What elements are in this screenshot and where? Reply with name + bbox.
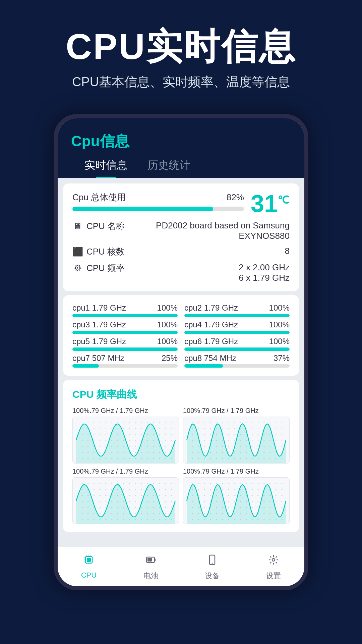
freq-chart-3: 100%.79 GHz / 1.79 GHz <box>183 468 290 524</box>
core-item-cpu7: cpu7 507 MHz 25% <box>72 354 178 368</box>
svg-point-379 <box>258 495 259 496</box>
svg-point-228 <box>105 483 106 484</box>
svg-point-117 <box>222 422 223 423</box>
cpu-usage-progress-bg <box>72 207 244 211</box>
cpu-usage-label: Cpu 总体使用 <box>72 192 126 203</box>
svg-point-276 <box>105 501 106 502</box>
svg-point-394 <box>252 501 253 502</box>
cpu-cores-card: cpu1 1.79 GHz 100% cpu2 1.79 GHz 100% cp… <box>63 295 299 376</box>
svg-point-151 <box>234 434 235 435</box>
svg-point-418 <box>204 513 205 514</box>
svg-point-129 <box>198 428 199 429</box>
svg-point-20 <box>105 428 106 429</box>
svg-point-8 <box>129 422 130 423</box>
svg-point-292 <box>105 507 106 508</box>
svg-point-466 <box>212 562 213 564</box>
svg-point-248 <box>129 489 130 490</box>
svg-point-41 <box>135 434 136 435</box>
svg-point-178 <box>204 446 205 447</box>
svg-point-139 <box>258 428 259 429</box>
svg-point-175 <box>282 440 283 441</box>
svg-point-275 <box>100 501 101 502</box>
svg-point-34 <box>94 434 95 435</box>
svg-point-4 <box>105 422 106 423</box>
svg-point-62 <box>165 440 166 441</box>
device-nav-icon <box>206 554 218 569</box>
core-item-cpu1: cpu1 1.79 GHz 100% <box>72 303 178 317</box>
svg-point-89 <box>135 452 136 453</box>
svg-point-253 <box>159 489 160 490</box>
nav-settings-label: 设置 <box>266 571 281 581</box>
svg-point-166 <box>228 440 229 441</box>
freq-canvas-0 <box>72 417 179 464</box>
svg-point-154 <box>252 434 253 435</box>
core-item-cpu4: cpu4 1.79 GHz 100% <box>184 320 290 334</box>
nav-settings[interactable]: 设置 <box>266 554 281 581</box>
svg-point-291 <box>100 507 101 508</box>
core-item-cpu2: cpu2 1.79 GHz 100% <box>184 303 290 317</box>
tab-bar: 实时信息 历史统计 <box>71 158 291 178</box>
core-label-cpu3: cpu3 1.79 GHz <box>72 320 126 329</box>
core-bar-fill-cpu4 <box>184 331 290 334</box>
battery-nav-icon <box>145 554 157 569</box>
nav-device[interactable]: 设备 <box>205 554 220 581</box>
svg-point-138 <box>252 428 253 429</box>
svg-point-386 <box>204 501 205 502</box>
svg-point-191 <box>282 446 283 447</box>
svg-point-260 <box>105 495 106 496</box>
svg-point-171 <box>258 440 259 441</box>
screen-content: Cpu 总体使用 82% 31℃ <box>58 178 304 547</box>
svg-point-72 <box>129 446 130 447</box>
cpu-grid-icon: ⬛ <box>72 247 82 257</box>
cores-grid: cpu1 1.79 GHz 100% cpu2 1.79 GHz 100% cp… <box>72 303 290 368</box>
cpu-name-value: PD2002 board based on SamsungEXYNOS880 <box>131 220 290 241</box>
svg-point-158 <box>276 434 277 435</box>
core-pct-cpu2: 100% <box>269 303 290 313</box>
svg-point-346 <box>252 483 253 484</box>
core-pct-cpu4: 100% <box>269 320 290 329</box>
cpu-cores-row: ⬛ CPU 核数 8 <box>72 246 290 258</box>
svg-point-340 <box>216 483 217 484</box>
svg-point-18 <box>94 428 95 429</box>
tab-realtime[interactable]: 实时信息 <box>84 158 127 178</box>
freq-charts-grid: 100%.79 GHz / 1.79 GHz 100%.79 GHz / 1.7… <box>72 407 290 524</box>
svg-point-79 <box>171 446 172 447</box>
page-header: CPU实时信息 CPU基本信息、实时频率、温度等信息 <box>0 0 362 104</box>
svg-point-411 <box>258 507 259 508</box>
core-bar-fill-cpu7 <box>72 364 99 368</box>
svg-point-229 <box>111 483 112 484</box>
svg-point-52 <box>105 440 106 441</box>
core-bar-bg-cpu3 <box>72 331 178 334</box>
svg-point-266 <box>141 495 142 496</box>
svg-point-120 <box>240 422 241 423</box>
core-label-cpu8: cpu8 754 MHz <box>184 354 236 363</box>
nav-cpu[interactable]: CPU <box>81 554 97 581</box>
nav-battery[interactable]: 电池 <box>143 554 158 581</box>
cpu-chip-icon: 🖥 <box>72 221 82 231</box>
svg-point-46 <box>165 434 166 435</box>
tab-history[interactable]: 历史统计 <box>147 158 190 178</box>
svg-point-57 <box>135 440 136 441</box>
svg-point-307 <box>100 513 101 514</box>
svg-point-50 <box>94 440 95 441</box>
svg-point-247 <box>123 489 124 490</box>
svg-point-194 <box>204 452 205 453</box>
cpu-usage-card: Cpu 总体使用 82% 31℃ <box>63 183 299 291</box>
svg-point-274 <box>94 501 95 502</box>
core-label-cpu7: cpu7 507 MHz <box>72 354 124 363</box>
svg-rect-464 <box>147 558 152 561</box>
freq-label-top-3: 100%.79 GHz / 1.79 GHz <box>183 468 290 475</box>
svg-point-341 <box>222 483 223 484</box>
cpu-cores-value: 8 <box>131 246 290 256</box>
svg-point-269 <box>159 495 160 496</box>
svg-point-11 <box>147 422 148 423</box>
svg-point-359 <box>234 489 235 490</box>
svg-point-242 <box>94 489 95 490</box>
freq-label-top-2: 100%.79 GHz / 1.79 GHz <box>72 468 179 475</box>
cpu-usage-pct: 82% <box>227 192 244 203</box>
svg-point-358 <box>228 489 229 490</box>
svg-point-131 <box>210 428 211 429</box>
core-item-cpu3: cpu3 1.79 GHz 100% <box>72 320 178 334</box>
svg-point-19 <box>100 428 101 429</box>
bottom-nav: CPU 电池 <box>58 547 304 586</box>
